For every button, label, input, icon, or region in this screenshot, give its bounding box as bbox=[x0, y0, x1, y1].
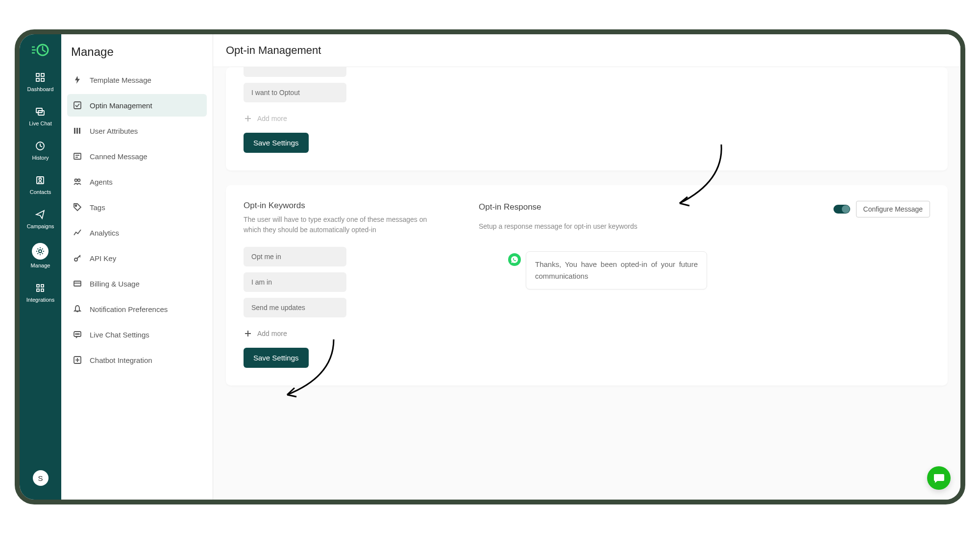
add-more-button[interactable]: Add more bbox=[244, 114, 930, 123]
svg-rect-12 bbox=[41, 285, 44, 287]
sidebar-item-label: Billing & Usage bbox=[90, 280, 140, 288]
svg-rect-19 bbox=[74, 153, 81, 159]
nav-item-contacts[interactable]: Contacts bbox=[30, 174, 51, 195]
chat-settings-icon bbox=[72, 329, 83, 340]
sidebar-item-live-chat-settings[interactable]: Live Chat Settings bbox=[67, 323, 207, 346]
content-area: I want to Optout Add more Save Settings … bbox=[213, 67, 960, 498]
sidebar-item-label: Live Chat Settings bbox=[90, 331, 149, 339]
svg-point-31 bbox=[78, 334, 79, 335]
nav-label: Campaigns bbox=[27, 223, 54, 229]
sidebar-item-label: Optin Management bbox=[90, 101, 152, 110]
columns-icon bbox=[72, 125, 83, 136]
svg-point-9 bbox=[39, 178, 42, 181]
grid-icon bbox=[34, 72, 46, 83]
sidebar-item-label: Canned Message bbox=[90, 152, 147, 161]
svg-point-30 bbox=[77, 334, 78, 335]
sidebar-item-api-key[interactable]: API Key bbox=[67, 247, 207, 269]
svg-rect-17 bbox=[76, 128, 78, 134]
svg-point-23 bbox=[78, 179, 80, 182]
svg-rect-14 bbox=[41, 289, 44, 291]
annotation-arrow-icon bbox=[275, 337, 339, 401]
sidebar-item-notifications[interactable]: Notification Preferences bbox=[67, 298, 207, 320]
sidebar-item-template-message[interactable]: Template Message bbox=[67, 69, 207, 91]
chat-bubble-icon bbox=[932, 472, 945, 484]
optin-keyword-chip[interactable]: Send me updates bbox=[244, 298, 346, 317]
save-settings-button[interactable]: Save Settings bbox=[244, 348, 309, 368]
clock-icon bbox=[34, 140, 46, 152]
message-icon bbox=[72, 151, 83, 162]
optin-keyword-chip[interactable]: I am in bbox=[244, 272, 346, 292]
user-avatar[interactable]: S bbox=[33, 470, 49, 486]
section-description: The user will have to type exactly one o… bbox=[244, 215, 440, 235]
svg-rect-15 bbox=[74, 102, 81, 109]
nav-item-campaigns[interactable]: Campaigns bbox=[27, 209, 54, 229]
people-icon bbox=[72, 176, 83, 187]
nav-item-integrations[interactable]: Integrations bbox=[26, 282, 54, 303]
optin-keyword-chip[interactable]: Opt me in bbox=[244, 247, 346, 266]
nav-item-manage[interactable]: Manage bbox=[31, 243, 50, 268]
configure-message-button[interactable]: Configure Message bbox=[856, 201, 930, 217]
checkbox-icon bbox=[72, 100, 83, 111]
sidebar-item-chatbot-integration[interactable]: Chatbot Integration bbox=[67, 349, 207, 371]
svg-rect-2 bbox=[41, 73, 44, 76]
page-title: Opt-in Management bbox=[213, 34, 960, 67]
plus-icon bbox=[244, 114, 252, 123]
optin-card: Opt-in Keywords The user will have to ty… bbox=[226, 185, 948, 385]
sidebar-item-optin-management[interactable]: Optin Management bbox=[67, 94, 207, 117]
help-fab[interactable] bbox=[927, 466, 951, 490]
sidebar-item-agents[interactable]: Agents bbox=[67, 170, 207, 193]
app-frame: Dashboard Live Chat History Contacts Cam… bbox=[15, 29, 965, 504]
sidebar-item-label: Agents bbox=[90, 178, 113, 186]
section-title: Opt-in Keywords bbox=[244, 201, 449, 211]
gear-icon bbox=[32, 243, 49, 260]
svg-rect-1 bbox=[36, 73, 39, 76]
svg-rect-4 bbox=[41, 78, 44, 81]
nav-label: History bbox=[32, 155, 49, 161]
contacts-icon bbox=[34, 174, 46, 186]
nav-item-history[interactable]: History bbox=[32, 140, 49, 161]
nav-item-dashboard[interactable]: Dashboard bbox=[27, 72, 54, 92]
add-more-label: Add more bbox=[257, 330, 287, 337]
add-more-label: Add more bbox=[257, 115, 287, 122]
whatsapp-icon bbox=[508, 253, 521, 266]
chart-icon bbox=[72, 227, 83, 238]
nav-label: Live Chat bbox=[29, 120, 51, 126]
nav-label: Integrations bbox=[26, 297, 54, 303]
key-icon bbox=[72, 253, 83, 264]
save-settings-button[interactable]: Save Settings bbox=[244, 133, 309, 153]
sidebar-item-label: User Attributes bbox=[90, 127, 138, 135]
add-more-button[interactable]: Add more bbox=[244, 329, 449, 338]
sidebar-item-canned-message[interactable]: Canned Message bbox=[67, 145, 207, 168]
plus-icon bbox=[244, 329, 252, 338]
nav-item-livechat[interactable]: Live Chat bbox=[29, 106, 51, 126]
send-icon bbox=[34, 209, 46, 220]
optin-keywords-section: Opt-in Keywords The user will have to ty… bbox=[244, 201, 449, 368]
svg-rect-18 bbox=[79, 128, 80, 134]
sidebar: Manage Template Message Optin Management… bbox=[61, 34, 213, 500]
plus-box-icon bbox=[72, 355, 83, 365]
response-toggle[interactable] bbox=[833, 205, 850, 214]
svg-rect-11 bbox=[37, 285, 39, 287]
svg-point-29 bbox=[75, 334, 76, 335]
sidebar-title: Manage bbox=[67, 43, 207, 69]
sidebar-item-label: Analytics bbox=[90, 229, 119, 237]
tag-icon bbox=[72, 202, 83, 213]
svg-rect-26 bbox=[74, 281, 81, 286]
sidebar-item-label: Chatbot Integration bbox=[90, 356, 152, 364]
sidebar-item-analytics[interactable]: Analytics bbox=[67, 221, 207, 244]
sidebar-item-billing[interactable]: Billing & Usage bbox=[67, 272, 207, 295]
optin-response-section: Opt-in Response Configure Message Setup … bbox=[479, 201, 930, 368]
svg-point-24 bbox=[75, 205, 77, 207]
svg-rect-13 bbox=[37, 289, 39, 291]
partial-chip bbox=[244, 67, 346, 77]
sidebar-item-user-attributes[interactable]: User Attributes bbox=[67, 120, 207, 142]
sidebar-item-tags[interactable]: Tags bbox=[67, 196, 207, 218]
sidebar-item-label: Notification Preferences bbox=[90, 305, 168, 313]
svg-rect-3 bbox=[36, 78, 39, 81]
grid4-icon bbox=[34, 282, 46, 294]
chat-icon bbox=[34, 106, 46, 118]
section-title: Opt-in Response bbox=[479, 202, 541, 212]
section-description: Setup a response message for opt-in user… bbox=[479, 221, 930, 232]
sidebar-item-label: API Key bbox=[90, 254, 116, 263]
optout-keyword-chip[interactable]: I want to Optout bbox=[244, 83, 346, 102]
